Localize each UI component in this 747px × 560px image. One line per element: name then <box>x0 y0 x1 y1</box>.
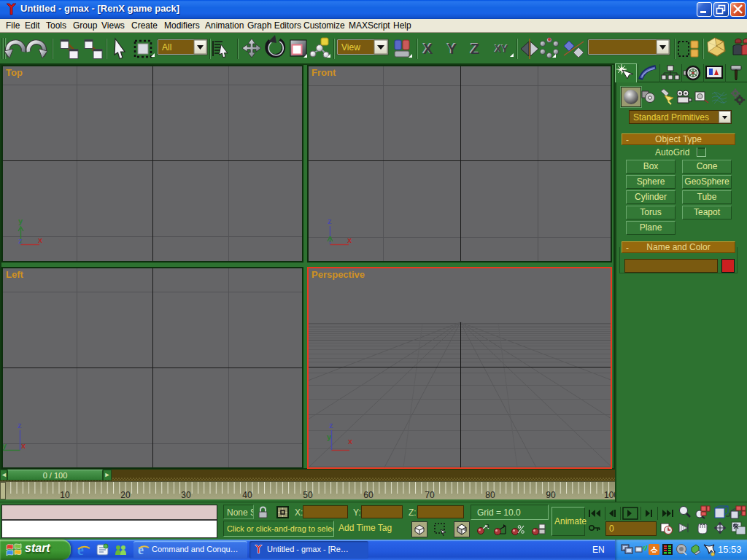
svg-text:80: 80 <box>485 490 495 499</box>
svg-text:x: x <box>347 236 352 244</box>
svg-text:40: 40 <box>242 490 252 499</box>
svg-text:70: 70 <box>425 490 435 499</box>
svg-text:x: x <box>348 437 353 446</box>
svg-text:All: All <box>162 42 171 52</box>
svg-text:y: y <box>327 432 332 441</box>
svg-text:z: z <box>329 421 333 429</box>
svg-text:60: 60 <box>363 490 374 499</box>
svg-text:XY: XY <box>495 43 508 55</box>
svg-text:X: X <box>423 41 433 57</box>
svg-text:x: x <box>21 441 26 450</box>
svg-text:90: 90 <box>546 490 556 499</box>
svg-text:30: 30 <box>181 490 191 499</box>
svg-text:e: e <box>77 543 84 557</box>
svg-text:z: z <box>18 421 22 429</box>
svg-text:Z: Z <box>471 41 479 57</box>
svg-text:100: 100 <box>604 490 615 499</box>
svg-text:3: 3 <box>486 523 489 529</box>
svg-text:20: 20 <box>120 490 131 499</box>
svg-text:10: 10 <box>60 490 70 499</box>
svg-text:z: z <box>328 217 332 225</box>
svg-text:50: 50 <box>303 490 313 499</box>
svg-text:x: x <box>38 236 43 244</box>
svg-text:e: e <box>138 542 144 556</box>
svg-text:y: y <box>3 441 7 450</box>
svg-text:y: y <box>18 217 23 225</box>
svg-text:View: View <box>341 42 360 52</box>
svg-text:z: z <box>18 236 23 245</box>
svg-text:Y: Y <box>447 41 457 57</box>
